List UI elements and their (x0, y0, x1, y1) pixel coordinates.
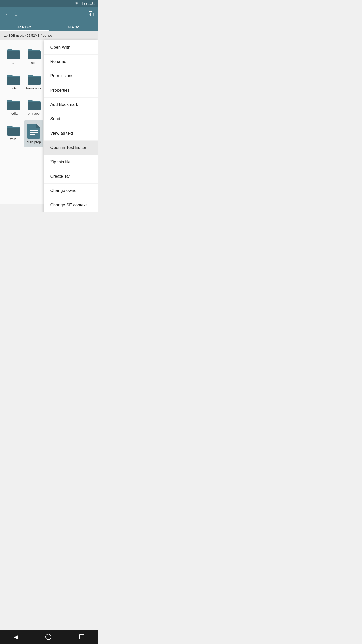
list-item[interactable]: fonts (4, 70, 22, 93)
file-name: .. (12, 61, 14, 65)
list-item[interactable]: app (24, 44, 43, 68)
svg-rect-3 (82, 2, 83, 5)
menu-item-change-se-context[interactable]: Change SE context (44, 198, 98, 212)
list-item[interactable]: xbin (4, 120, 22, 147)
file-name: framework (26, 86, 41, 90)
tab-storage[interactable]: STORA (49, 21, 98, 31)
main-content: .. app fonts (0, 40, 98, 204)
list-item[interactable]: framework (24, 70, 43, 93)
list-item[interactable]: .. (4, 44, 22, 68)
back-button[interactable]: ← (4, 10, 12, 18)
menu-item-properties[interactable]: Properties (44, 83, 98, 98)
folder-icon (6, 124, 20, 136)
list-item[interactable]: priv-app (24, 95, 43, 118)
copy-icon[interactable] (88, 11, 94, 18)
list-item[interactable]: build.prop (24, 120, 43, 147)
menu-item-send[interactable]: Send (44, 112, 98, 126)
menu-item-create-tar[interactable]: Create Tar (44, 169, 98, 184)
status-time: 1:31 (88, 2, 95, 6)
menu-item-view-as-text[interactable]: View as text (44, 126, 98, 141)
menu-item-open-with[interactable]: Open With (44, 40, 98, 55)
file-name: xbin (10, 137, 16, 141)
menu-item-open-in-text-editor[interactable]: Open in Text Editor (44, 141, 98, 155)
menu-item-permissions[interactable]: Permissions (44, 69, 98, 83)
tabs-bar: SYSTEM STORA (0, 21, 98, 31)
svg-rect-4 (90, 13, 94, 16)
context-menu: Open With Rename Permissions Properties … (44, 40, 98, 212)
storage-info: 1.43GB used, 492.52MB free, r/o (0, 31, 98, 40)
file-name: app (31, 61, 36, 65)
svg-rect-2 (82, 3, 82, 5)
svg-rect-1 (81, 3, 81, 5)
status-bar: 88 1:31 (0, 0, 98, 7)
file-name: media (9, 112, 17, 115)
menu-item-add-bookmark[interactable]: Add Bookmark (44, 98, 98, 112)
file-name: build.prop (27, 140, 41, 144)
folder-icon (6, 73, 20, 85)
battery-display: 88 (84, 2, 87, 5)
tab-system[interactable]: SYSTEM (0, 21, 49, 31)
folder-icon (6, 98, 20, 110)
toolbar-number: 1 (15, 11, 85, 17)
file-name: fonts (10, 86, 17, 90)
folder-icon (6, 47, 20, 59)
folder-icon (27, 47, 41, 59)
signal-icon (80, 2, 83, 5)
menu-item-change-owner[interactable]: Change owner (44, 184, 98, 198)
folder-icon (27, 98, 41, 110)
menu-item-rename[interactable]: Rename (44, 55, 98, 69)
svg-rect-0 (80, 4, 80, 5)
file-name: priv-app (28, 112, 40, 115)
folder-icon (27, 73, 41, 85)
document-icon (27, 124, 40, 139)
file-grid: .. app fonts (0, 40, 27, 151)
wifi-icon (75, 2, 79, 5)
status-icons: 88 1:31 (75, 2, 95, 6)
list-item[interactable]: media (4, 95, 22, 118)
toolbar: ← 1 (0, 7, 98, 21)
menu-item-zip-file[interactable]: Zip this file (44, 155, 98, 169)
